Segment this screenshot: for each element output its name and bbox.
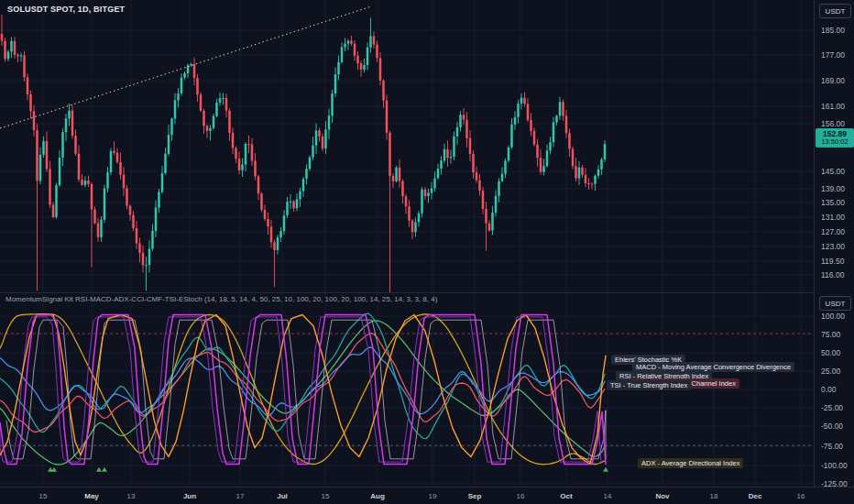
price-axis-tick: 119.50	[821, 257, 844, 266]
indicator-axis-tick: 75.00	[821, 330, 840, 339]
time-axis-label: Jun	[183, 492, 196, 500]
symbol-title[interactable]: SOLUSDT SPOT, 1D, BITGET	[7, 5, 125, 14]
price-axis-tick: 145.00	[821, 167, 845, 176]
indicator-axis-tick: -50.00	[821, 422, 843, 431]
pane-separator[interactable]	[0, 292, 854, 294]
time-axis-label: 15	[322, 492, 330, 500]
time-axis-label: 17	[236, 492, 245, 500]
time-axis-label: Dec	[749, 492, 762, 500]
time-axis-label: 13	[127, 492, 136, 500]
currency-button-main[interactable]: USDT	[819, 4, 851, 18]
indicator-axis-tick: -100.00	[821, 461, 848, 470]
price-axis-tick: 185.00	[821, 26, 845, 35]
oscillator-line-rsi	[0, 347, 605, 416]
indicator-axis-tick: 0.00	[821, 385, 837, 394]
indicator-title[interactable]: MomentumSignal Kit RSI-MACD-ADX-CCI-CMF-…	[5, 295, 437, 303]
time-axis-label: May	[84, 492, 99, 500]
time-axis-label: 16	[797, 492, 805, 500]
main-chart-canvas[interactable]	[0, 0, 814, 292]
price-axis-tick: 161.00	[821, 102, 845, 111]
time-axis-label: 16	[517, 492, 525, 500]
indicator-axis-tick: 50.00	[821, 348, 840, 357]
time-axis-label: Jul	[277, 492, 288, 500]
price-axis-tick: 116.00	[821, 270, 844, 279]
price-axis-tick: 123.00	[821, 242, 845, 251]
indicator-axis-tick: -25.00	[821, 403, 843, 412]
price-axis-tick: 139.00	[821, 184, 845, 193]
indicator-axis-tick: -75.00	[821, 442, 843, 451]
label-adx: ADX - Average Directional Index	[638, 458, 743, 468]
time-axis-label: 14	[604, 492, 612, 500]
price-axis[interactable]: USDT USDT 185.00177.00169.00161.00156.00…	[814, 0, 854, 487]
time-axis-label: 18	[710, 492, 718, 500]
price-axis-tick: 169.00	[821, 76, 845, 85]
buy-signal-triangle	[51, 467, 57, 472]
time-axis-label: Nov	[655, 492, 669, 500]
price-axis-tick: 156.00	[821, 119, 845, 128]
indicator-axis-tick: 100.00	[821, 312, 845, 321]
price-axis-tick: 127.00	[821, 227, 845, 236]
time-axis-label: Sep	[468, 492, 482, 500]
buy-signal-triangle	[102, 467, 107, 472]
time-axis-label: Aug	[370, 492, 385, 500]
time-axis-label: Oct	[560, 492, 572, 500]
currency-button-indicator[interactable]: USDT	[819, 296, 851, 311]
time-axis-label: 15	[39, 492, 48, 500]
label-tsi: TSI - True Strength Index	[607, 380, 691, 390]
buy-signal-triangle	[96, 467, 102, 472]
time-axis-label: 19	[429, 492, 437, 500]
time-axis[interactable]: Apr15May13Jun17Jul15Aug19Sep16Oct14Nov18…	[0, 487, 854, 504]
trading-app-window: SOLUSDT SPOT, 1D, BITGET MomentumSignal …	[0, 0, 854, 504]
bar-countdown: 13:50:02	[821, 138, 848, 146]
indicator-axis-tick: 25.00	[821, 367, 840, 376]
price-axis-tick: 131.00	[821, 213, 845, 222]
price-axis-tick: 135.00	[821, 198, 845, 207]
price-axis-tick: 177.00	[821, 50, 845, 60]
last-price-badge[interactable]: 152.89 13:50:02	[816, 128, 854, 148]
